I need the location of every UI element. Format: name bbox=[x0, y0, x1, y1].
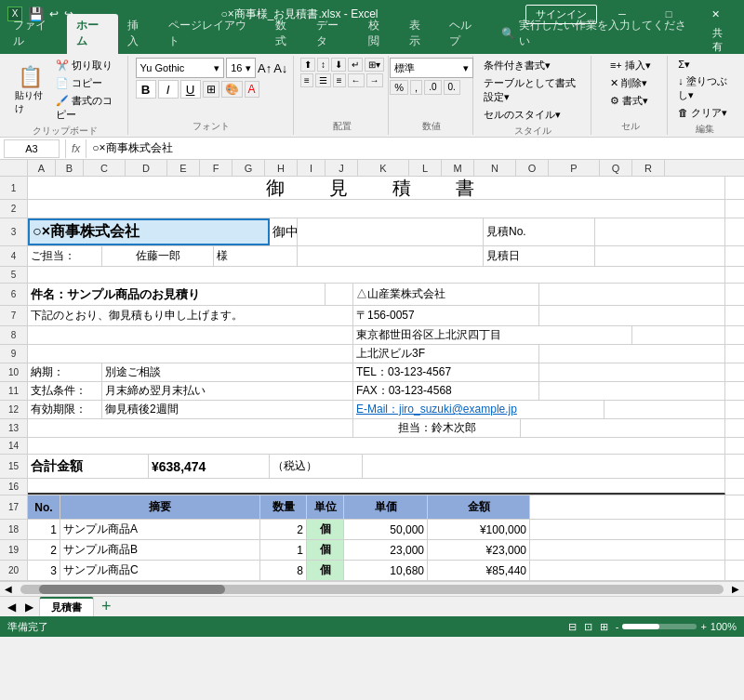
cell-row2-empty[interactable] bbox=[28, 200, 725, 218]
table-header-no[interactable]: No. bbox=[28, 495, 60, 519]
cell-tax-label[interactable]: （税込） bbox=[270, 455, 363, 478]
row-header-3[interactable]: 3 bbox=[0, 218, 28, 246]
cell-row18-end[interactable] bbox=[530, 520, 725, 539]
cell-no-1[interactable]: 1 bbox=[28, 520, 60, 539]
decrease-font-button[interactable]: A↓ bbox=[273, 61, 287, 75]
formula-input[interactable] bbox=[92, 142, 740, 155]
col-header-R[interactable]: R bbox=[632, 160, 665, 176]
paste-button[interactable]: 📋 貼り付け bbox=[9, 63, 51, 117]
cell-contact-label[interactable]: ご担当： bbox=[28, 246, 102, 266]
font-size-box[interactable]: 16 ▾ bbox=[226, 58, 256, 78]
cell-row16-line[interactable] bbox=[28, 479, 725, 495]
clear-button[interactable]: 🗑 クリア▾ bbox=[675, 105, 735, 121]
cell-row11-end[interactable] bbox=[539, 382, 725, 400]
table-header-desc[interactable]: 摘要 bbox=[60, 495, 260, 519]
align-center-button[interactable]: ☰ bbox=[315, 73, 331, 87]
cell-row6-mid[interactable] bbox=[326, 284, 353, 305]
cell-person[interactable]: 担当：鈴木次郎 bbox=[353, 419, 521, 437]
row-header-10[interactable]: 10 bbox=[0, 363, 28, 382]
tab-search[interactable]: 🔍 実行したい作業を入力してください bbox=[492, 14, 705, 54]
align-top-button[interactable]: ⬆ bbox=[300, 58, 315, 72]
fill-color-button[interactable]: 🎨 bbox=[221, 81, 243, 98]
row-header-11[interactable]: 11 bbox=[0, 382, 28, 401]
cell-estimate-no-value[interactable] bbox=[595, 218, 725, 245]
tab-review[interactable]: 校閲 bbox=[359, 14, 400, 54]
cell-postal[interactable]: 〒156-0057 bbox=[353, 306, 539, 325]
bold-button[interactable]: B bbox=[136, 80, 156, 99]
col-header-I[interactable]: I bbox=[298, 160, 326, 176]
col-header-J[interactable]: J bbox=[326, 160, 358, 176]
cell-tel[interactable]: TEL：03-123-4567 bbox=[353, 363, 539, 381]
font-color-button[interactable]: A bbox=[245, 81, 259, 98]
cell-subject[interactable]: 件名：サンプル商品のお見積り bbox=[28, 284, 326, 305]
copy-button[interactable]: 📄 コピー bbox=[53, 75, 122, 91]
cell-reference-box[interactable]: A3 bbox=[4, 139, 60, 158]
insert-cell-button[interactable]: ≡+ 挿入▾ bbox=[607, 58, 654, 73]
cell-row9-empty[interactable] bbox=[28, 345, 353, 363]
cell-fax[interactable]: FAX：03-123-4568 bbox=[353, 382, 539, 400]
row-header-16[interactable]: 16 bbox=[0, 479, 28, 495]
merge-button[interactable]: ⊞▾ bbox=[365, 58, 384, 72]
row-header-9[interactable]: 9 bbox=[0, 345, 28, 363]
cell-row14-empty[interactable] bbox=[28, 438, 725, 454]
cell-unit-3[interactable]: 個 bbox=[307, 561, 344, 580]
cell-body-text[interactable]: 下記のとおり、御見積もり申し上げます。 bbox=[28, 306, 353, 325]
row-header-8[interactable]: 8 bbox=[0, 326, 28, 345]
cell-amount-2[interactable]: ¥23,000 bbox=[428, 540, 530, 560]
italic-button[interactable]: I bbox=[158, 80, 179, 99]
cell-row13-empty[interactable] bbox=[28, 419, 353, 437]
cell-row7-end[interactable] bbox=[539, 306, 725, 325]
cell-row8-end[interactable] bbox=[632, 326, 725, 344]
cell-email[interactable]: E-Mail：jiro_suzuki@example.jp bbox=[353, 401, 604, 418]
cell-unit-1[interactable]: 個 bbox=[307, 520, 344, 539]
cell-desc-1[interactable]: サンプル商品A bbox=[60, 520, 260, 539]
row-header-7[interactable]: 7 bbox=[0, 306, 28, 326]
cell-title[interactable]: 御 見 積 書 bbox=[28, 177, 725, 199]
col-header-H[interactable]: H bbox=[265, 160, 298, 176]
col-header-P[interactable]: P bbox=[549, 160, 600, 176]
cell-desc-2[interactable]: サンプル商品B bbox=[60, 540, 260, 560]
cell-estimate-date-label[interactable]: 見積日 bbox=[484, 246, 595, 266]
cell-row13-end[interactable] bbox=[521, 419, 725, 437]
cell-row6-end[interactable] bbox=[539, 284, 725, 305]
cell-row10-end[interactable] bbox=[539, 363, 725, 381]
cell-honorific[interactable]: 御中 bbox=[270, 218, 298, 245]
cell-estimate-no-label[interactable]: 見積No. bbox=[484, 218, 595, 245]
cell-qty-3[interactable]: 8 bbox=[260, 561, 307, 580]
col-header-N[interactable]: N bbox=[474, 160, 516, 176]
row-header-4[interactable]: 4 bbox=[0, 246, 28, 267]
cell-no-3[interactable]: 3 bbox=[28, 561, 60, 580]
format-painter-button[interactable]: 🖌️ 書式のコピー bbox=[53, 93, 122, 123]
cell-validity-value[interactable]: 御見積後2週間 bbox=[102, 401, 353, 418]
tab-file[interactable]: ファイル bbox=[4, 14, 67, 54]
zoom-in-button[interactable]: + bbox=[700, 621, 706, 632]
row-header-17[interactable]: 17 bbox=[0, 495, 28, 520]
col-header-C[interactable]: C bbox=[84, 160, 126, 176]
cell-contact-name[interactable]: 佐藤一郎 bbox=[102, 246, 214, 266]
cell-price-2[interactable]: 23,000 bbox=[344, 540, 428, 560]
tab-help[interactable]: ヘルプ bbox=[440, 14, 492, 54]
table-header-price[interactable]: 単価 bbox=[344, 495, 428, 519]
col-header-Q[interactable]: Q bbox=[600, 160, 632, 176]
tab-page-layout[interactable]: ページレイアウト bbox=[159, 14, 266, 54]
table-format-button[interactable]: テーブルとして書式設定▾ bbox=[481, 75, 585, 105]
table-header-qty[interactable]: 数量 bbox=[260, 495, 307, 519]
cell-address2[interactable]: 上北沢ビル3F bbox=[353, 345, 539, 363]
align-middle-button[interactable]: ↕ bbox=[317, 58, 329, 72]
cell-row19-end[interactable] bbox=[530, 540, 725, 560]
percent-button[interactable]: % bbox=[390, 80, 408, 95]
scroll-right-button[interactable]: ▶ bbox=[729, 584, 742, 594]
cell-address1[interactable]: 東京都世田谷区上北沢四丁目 bbox=[353, 326, 632, 344]
cell-company[interactable]: ○×商事株式会社 bbox=[28, 218, 270, 245]
indent-decrease-button[interactable]: ← bbox=[348, 73, 365, 87]
cell-qty-2[interactable]: 1 bbox=[260, 540, 307, 560]
zoom-out-button[interactable]: - bbox=[616, 621, 619, 632]
cell-row12-end[interactable] bbox=[604, 401, 725, 418]
table-header-empty[interactable] bbox=[530, 495, 725, 519]
share-button[interactable]: 共有 bbox=[705, 26, 740, 54]
tab-formulas[interactable]: 数式 bbox=[266, 14, 307, 54]
cell-row15-end[interactable] bbox=[363, 455, 725, 478]
cell-sender-company[interactable]: △山産業株式会社 bbox=[353, 284, 539, 305]
cell-terms-label[interactable]: 支払条件： bbox=[28, 382, 102, 400]
cell-total-value[interactable]: ¥638,474 bbox=[149, 455, 270, 478]
